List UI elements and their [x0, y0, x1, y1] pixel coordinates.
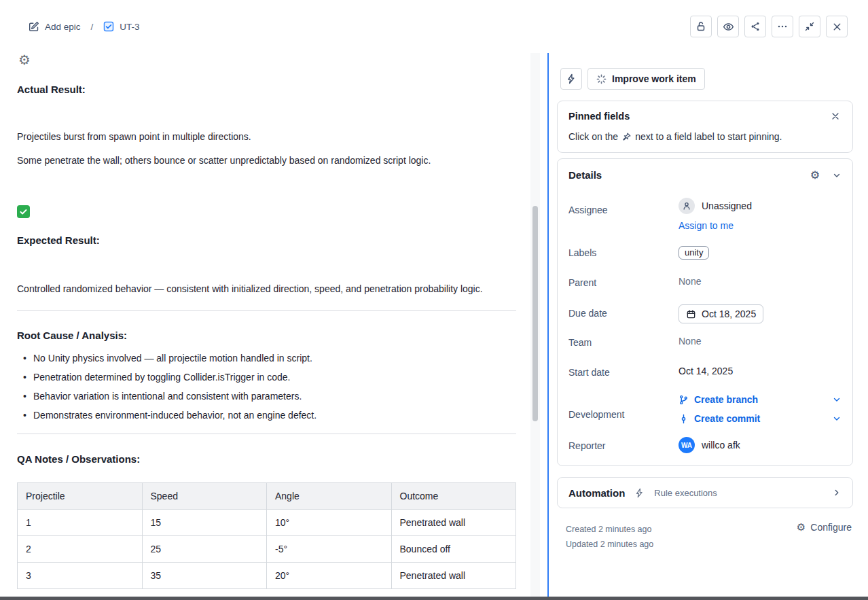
- add-epic-label: Add epic: [45, 22, 81, 32]
- configure-button[interactable]: ⚙ Configure: [797, 522, 852, 533]
- assign-to-me-link[interactable]: Assign to me: [679, 220, 734, 231]
- details-panel: Details ⚙ Assignee: [557, 158, 853, 466]
- breadcrumb: Add epic / UT-3: [29, 21, 140, 32]
- git-branch-icon: [679, 395, 689, 405]
- development-field: Development Create branch: [568, 394, 842, 424]
- scrollbar-thumb[interactable]: [532, 206, 538, 421]
- list-item: Penetration determined by toggling Colli…: [33, 370, 516, 384]
- root-cause-heading: Root Cause / Analysis:: [17, 330, 516, 342]
- share-icon: [750, 21, 761, 32]
- team-label: Team: [568, 336, 679, 348]
- team-field: Team None: [568, 336, 842, 348]
- table-header-cell: Angle: [267, 483, 392, 510]
- eye-icon: [723, 21, 734, 33]
- details-settings-button[interactable]: ⚙: [810, 170, 820, 181]
- description-document: ⚙ Actual Result: Projectiles burst from …: [17, 48, 516, 600]
- gear-icon: ⚙: [810, 170, 820, 181]
- create-branch-link[interactable]: Create branch: [679, 394, 758, 405]
- header-bar: Add epic / UT-3: [0, 0, 868, 53]
- automation-panel-toggle[interactable]: Automation Rule executions: [557, 477, 853, 508]
- more-button[interactable]: [772, 16, 793, 37]
- issue-key-label: UT-3: [120, 22, 139, 32]
- edit-pencil-icon: [29, 21, 39, 32]
- table-cell: 1: [18, 510, 143, 536]
- automation-bolt-button[interactable]: [560, 68, 582, 90]
- table-row: 1 15 10° Penetrated wall: [18, 510, 516, 536]
- improve-work-item-label: Improve work item: [612, 73, 696, 84]
- qa-notes-heading: QA Notes / Observations:: [17, 453, 516, 465]
- add-epic-button[interactable]: Add epic: [29, 21, 81, 32]
- sidebar-footer: Created 2 minutes ago Updated 2 minutes …: [557, 522, 853, 552]
- labels-field: Labels unity: [568, 246, 842, 260]
- table-row: 2 25 -5° Bounced off: [18, 536, 516, 563]
- task-checkbox-icon: [103, 21, 114, 32]
- create-commit-dropdown[interactable]: [832, 414, 842, 423]
- collapse-arrows-icon: [804, 21, 815, 32]
- ellipsis-icon: [777, 21, 788, 32]
- assignee-value[interactable]: Unassigned: [679, 198, 842, 214]
- table-header-cell: Projectile: [18, 483, 143, 510]
- due-date-button[interactable]: Oct 18, 2025: [679, 304, 763, 323]
- parent-field: Parent None: [568, 276, 842, 288]
- breadcrumb-separator: /: [91, 22, 94, 32]
- rule-executions-label: Rule executions: [654, 488, 717, 498]
- actual-result-paragraph-1: Projectiles burst from spawn point in mu…: [17, 130, 516, 143]
- table-cell: 35: [142, 563, 267, 589]
- table-row: 3 35 20° Penetrated wall: [18, 563, 516, 589]
- qa-observations-table: Projectile Speed Angle Outcome 1 15 10° …: [17, 482, 516, 589]
- automation-title: Automation: [568, 487, 625, 499]
- details-sidebar: Improve work item Pinned fields Click on…: [557, 68, 853, 552]
- table-cell: 20°: [267, 563, 392, 589]
- pinned-fields-close-button[interactable]: [829, 110, 842, 122]
- lightning-bolt-icon: [566, 73, 577, 84]
- team-value[interactable]: None: [679, 336, 842, 348]
- window-bottom-edge: [0, 597, 868, 600]
- watch-button[interactable]: [717, 16, 739, 37]
- label-tag[interactable]: unity: [679, 246, 709, 260]
- improve-work-item-button[interactable]: Improve work item: [587, 68, 705, 90]
- actual-result-heading: Actual Result:: [17, 84, 516, 96]
- header-actions: [690, 16, 848, 37]
- table-header-cell: Outcome: [391, 483, 516, 510]
- start-date-label: Start date: [568, 366, 679, 378]
- pin-icon: [621, 132, 632, 142]
- issue-key-link[interactable]: UT-3: [103, 21, 139, 32]
- table-cell: 15: [142, 510, 267, 536]
- start-date-value[interactable]: Oct 14, 2025: [679, 366, 842, 378]
- panel-divider: [547, 45, 549, 600]
- collapse-button[interactable]: [799, 16, 820, 37]
- share-button[interactable]: [744, 16, 766, 37]
- pinned-fields-title: Pinned fields: [568, 111, 630, 122]
- table-cell: Bounced off: [391, 536, 516, 563]
- create-branch-dropdown[interactable]: [832, 395, 842, 404]
- table-header-cell: Speed: [142, 483, 267, 510]
- reporter-label: Reporter: [568, 437, 679, 453]
- table-cell: Penetrated wall: [391, 510, 516, 536]
- actual-result-paragraph-2: Some penetrate the wall; others bounce o…: [17, 154, 516, 167]
- lock-button[interactable]: [690, 16, 712, 37]
- due-date-label: Due date: [568, 304, 679, 323]
- calendar-icon: [686, 309, 696, 319]
- reporter-field: Reporter WA willco afk: [568, 437, 842, 453]
- git-commit-icon: [679, 414, 689, 424]
- parent-value[interactable]: None: [679, 276, 842, 288]
- updated-timestamp: Updated 2 minutes ago: [566, 537, 653, 552]
- table-cell: 2: [18, 536, 143, 563]
- due-date-field: Due date Oct 18, 2025: [568, 304, 842, 323]
- reporter-avatar: WA: [679, 437, 695, 453]
- reporter-name: willco afk: [702, 440, 740, 451]
- assignee-field: Assignee Unassigned Assign to me: [568, 198, 842, 231]
- close-button[interactable]: [826, 16, 848, 37]
- chevron-right-icon: [832, 488, 842, 497]
- create-commit-link[interactable]: Create commit: [679, 413, 760, 424]
- expected-result-paragraph: Controlled randomized behavior — consist…: [17, 281, 516, 297]
- details-collapse-button[interactable]: [832, 171, 842, 180]
- scrollbar-track[interactable]: [530, 45, 540, 600]
- list-item: Behavior variation is intentional and co…: [33, 389, 516, 403]
- table-cell: -5°: [267, 536, 392, 563]
- divider: [17, 434, 516, 434]
- table-cell: 3: [18, 563, 143, 589]
- start-date-field: Start date Oct 14, 2025: [568, 366, 842, 378]
- created-timestamp: Created 2 minutes ago: [566, 522, 653, 537]
- development-label: Development: [568, 394, 679, 424]
